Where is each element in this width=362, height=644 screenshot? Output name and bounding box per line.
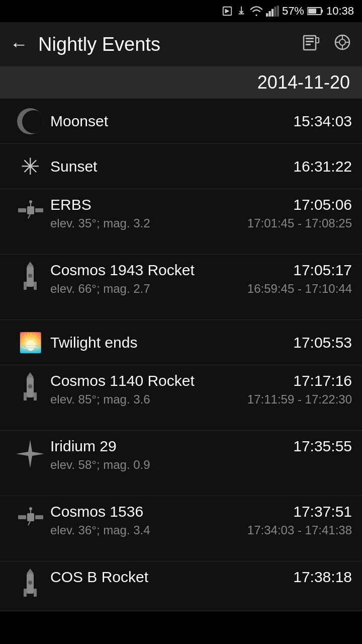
svg-rect-22 [35, 208, 43, 212]
list-item[interactable]: Cosmos 1943 Rocket 17:05:17 elev. 66°; m… [0, 255, 362, 320]
svg-rect-4 [274, 7, 276, 17]
list-item[interactable]: Cosmos 1536 17:37:51 elev. 36°; mag. 3.4… [0, 496, 362, 561]
svg-point-41 [29, 507, 32, 510]
event-detail: elev. 66°; mag. 2.7 [50, 282, 150, 296]
list-item[interactable]: Cosmos 1140 Rocket 17:17:16 elev. 85°; m… [0, 365, 362, 431]
cosmos1536-icon [10, 503, 50, 531]
svg-rect-29 [34, 282, 37, 290]
event-name: COS B Rocket [50, 569, 148, 586]
svg-rect-5 [277, 6, 279, 17]
event-time: 15:34:03 [293, 113, 352, 130]
cosmos1943-icon [10, 262, 50, 297]
event-content: Cosmos 1536 17:37:51 elev. 36°; mag. 3.4… [50, 503, 352, 537]
event-content: ERBS 17:05:06 elev. 35°; mag. 3.2 17:01:… [50, 196, 352, 230]
event-time: 17:17:16 [293, 372, 352, 389]
event-content: Iridium 29 17:35:55 elev. 58°; mag. 0.9 [50, 438, 352, 472]
event-content: Cosmos 1140 Rocket 17:17:16 elev. 85°; m… [50, 372, 352, 407]
event-name: Cosmos 1943 Rocket [50, 262, 195, 279]
event-time: 17:35:55 [293, 438, 352, 455]
event-time: 17:37:51 [293, 503, 352, 520]
svg-rect-33 [24, 392, 27, 400]
event-name: Sunset [50, 158, 97, 175]
svg-marker-36 [16, 440, 44, 468]
svg-marker-32 [27, 372, 34, 377]
svg-rect-20 [27, 206, 34, 214]
battery-icon [307, 7, 323, 16]
svg-point-15 [339, 39, 345, 45]
svg-rect-1 [266, 13, 268, 17]
list-item[interactable]: ✳ Sunset 16:31:22 [0, 144, 362, 189]
signal-icon [266, 6, 279, 17]
page-title: Nightly Events [38, 34, 302, 55]
status-bar: 57% 10:38 [0, 0, 362, 22]
usb-icon [236, 6, 247, 17]
back-button[interactable]: ← [10, 35, 28, 53]
list-item[interactable]: Moonset 15:34:03 [0, 99, 362, 144]
svg-rect-8 [308, 9, 316, 14]
event-name: Iridium 29 [50, 438, 117, 455]
app-bar-actions [302, 33, 352, 56]
svg-rect-13 [316, 38, 319, 43]
svg-rect-10 [306, 38, 314, 39]
event-name: ERBS [50, 196, 92, 213]
event-timerange: 17:34:03 - 17:41:38 [247, 523, 352, 537]
cosmos1140-icon [10, 372, 50, 408]
event-detail: elev. 58°; mag. 0.9 [50, 458, 150, 472]
event-name: Cosmos 1140 Rocket [50, 372, 195, 389]
iridium29-icon [10, 438, 50, 470]
event-time: 17:05:06 [293, 196, 352, 213]
svg-line-42 [28, 521, 30, 525]
settings-icon[interactable] [333, 33, 352, 56]
event-timerange: 17:01:45 - 17:08:25 [247, 216, 352, 230]
app-bar: ← Nightly Events [0, 22, 362, 66]
cosb-icon [10, 569, 50, 604]
event-content: COS B Rocket 17:38:18 [50, 569, 352, 586]
event-time: 17:05:53 [293, 334, 352, 351]
event-timerange: 16:59:45 - 17:10:44 [247, 282, 352, 296]
event-time: 17:38:18 [293, 569, 352, 586]
event-timerange: 17:11:59 - 17:22:30 [247, 392, 352, 407]
event-content: Cosmos 1943 Rocket 17:05:17 elev. 66°; m… [50, 262, 352, 296]
list-item[interactable]: ERBS 17:05:06 elev. 35°; mag. 3.2 17:01:… [0, 189, 362, 255]
event-content: Moonset 15:34:03 [50, 113, 352, 130]
event-time: 17:05:17 [293, 262, 352, 279]
list-item[interactable]: COS B Rocket 17:38:18 [0, 561, 362, 611]
svg-rect-45 [24, 589, 27, 597]
svg-point-30 [28, 274, 32, 278]
svg-point-35 [28, 384, 32, 388]
battery-text: 57% [282, 5, 304, 18]
event-content: Twilight ends 17:05:53 [50, 334, 352, 351]
svg-line-25 [28, 214, 30, 218]
event-detail: elev. 85°; mag. 3.6 [50, 392, 150, 407]
svg-rect-12 [306, 44, 311, 45]
log-icon[interactable] [302, 33, 321, 56]
svg-rect-38 [18, 515, 26, 519]
svg-rect-37 [27, 513, 34, 521]
event-time: 16:31:22 [293, 158, 352, 175]
svg-rect-3 [272, 9, 274, 17]
svg-rect-21 [18, 208, 26, 212]
svg-rect-2 [268, 11, 270, 17]
event-list: Moonset 15:34:03 ✳ Sunset 16:31:22 [0, 99, 362, 611]
svg-rect-39 [35, 515, 43, 519]
list-item[interactable]: 🌅 Twilight ends 17:05:53 [0, 320, 362, 365]
sunset-icon: ✳ [10, 155, 50, 178]
event-name: Twilight ends [50, 334, 137, 351]
date-header: 2014-11-20 [0, 66, 362, 99]
list-item[interactable]: Iridium 29 17:35:55 elev. 58°; mag. 0.9 [0, 431, 362, 496]
event-name: Moonset [50, 113, 108, 130]
event-detail: elev. 36°; mag. 3.4 [50, 523, 150, 537]
event-content: Sunset 16:31:22 [50, 158, 352, 175]
moonset-icon [10, 108, 50, 134]
svg-rect-7 [321, 10, 323, 13]
event-detail: elev. 35°; mag. 3.2 [50, 216, 150, 230]
svg-point-24 [29, 200, 32, 203]
svg-marker-27 [27, 262, 34, 267]
svg-marker-44 [27, 569, 34, 574]
svg-rect-34 [34, 392, 37, 400]
svg-rect-11 [306, 41, 314, 42]
event-name: Cosmos 1536 [50, 503, 143, 520]
svg-rect-28 [24, 282, 27, 290]
wifi-icon [250, 6, 263, 17]
svg-point-47 [28, 581, 32, 585]
